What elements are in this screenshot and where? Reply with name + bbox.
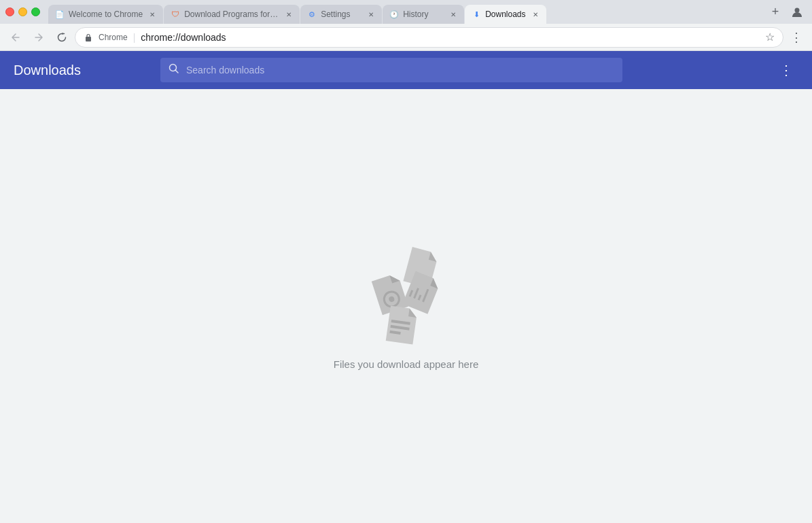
- minimize-button[interactable]: [18, 7, 27, 16]
- address-bar[interactable]: Chrome | chrome://downloads ☆: [75, 27, 783, 48]
- bookmark-star-icon[interactable]: ☆: [765, 31, 775, 44]
- tab-history[interactable]: 🕐 History ✕: [383, 5, 464, 24]
- svg-rect-1: [86, 37, 91, 41]
- window-titlebar: 📄 Welcome to Chrome ✕ 🛡 Download Program…: [0, 0, 812, 24]
- tab-settings-close[interactable]: ✕: [366, 9, 376, 20]
- back-button[interactable]: [5, 27, 26, 48]
- tab-downloads-favicon: ⬇: [472, 10, 481, 19]
- reload-button[interactable]: [52, 27, 72, 48]
- tab-history-close[interactable]: ✕: [448, 9, 459, 20]
- tab-welcome[interactable]: 📄 Welcome to Chrome ✕: [48, 5, 163, 24]
- empty-state-text: Files you download appear here: [334, 358, 478, 370]
- tab-downloads[interactable]: ⬇ Downloads ✕: [465, 5, 546, 24]
- search-downloads-input[interactable]: [186, 65, 614, 75]
- search-icon: [169, 63, 179, 77]
- downloads-page-title: Downloads: [14, 63, 149, 78]
- tabs-container: 📄 Welcome to Chrome ✕ 🛡 Download Program…: [48, 0, 763, 24]
- close-button[interactable]: [5, 7, 14, 16]
- profile-button[interactable]: [788, 3, 807, 22]
- tab-download-programs[interactable]: 🛡 Download Programs for Ma… ✕: [164, 5, 300, 24]
- browser-toolbar: Chrome | chrome://downloads ☆ ⋮: [0, 24, 812, 51]
- page-content: Downloads ⋮: [0, 51, 812, 523]
- tab-download-favicon: 🛡: [171, 10, 180, 19]
- downloads-menu-button[interactable]: ⋮: [774, 58, 798, 82]
- maximize-button[interactable]: [31, 7, 40, 16]
- downloads-header: Downloads ⋮: [0, 51, 812, 89]
- secure-icon: [84, 33, 93, 42]
- search-box[interactable]: [160, 58, 622, 82]
- tab-downloads-title: Downloads: [485, 10, 526, 19]
- svg-point-0: [795, 7, 800, 12]
- tab-history-title: History: [403, 10, 444, 19]
- tab-settings[interactable]: ⚙ Settings ✕: [300, 5, 382, 24]
- tab-history-favicon: 🕐: [389, 10, 399, 19]
- address-secure-label: Chrome: [99, 33, 128, 42]
- tab-download-title: Download Programs for Ma…: [184, 10, 279, 19]
- traffic-lights: [5, 7, 40, 16]
- tab-settings-favicon: ⚙: [307, 10, 317, 19]
- empty-state: Files you download appear here: [0, 89, 812, 523]
- tab-downloads-close[interactable]: ✕: [530, 9, 541, 20]
- address-url[interactable]: chrome://downloads: [141, 32, 760, 43]
- tab-welcome-favicon: 📄: [55, 10, 65, 19]
- tab-welcome-close[interactable]: ✕: [147, 9, 158, 20]
- tab-download-close[interactable]: ✕: [283, 9, 294, 20]
- empty-state-illustration: [362, 243, 451, 345]
- browser-menu-button[interactable]: ⋮: [786, 27, 807, 48]
- tab-settings-title: Settings: [321, 10, 361, 19]
- new-tab-button[interactable]: +: [766, 3, 785, 22]
- tab-welcome-title: Welcome to Chrome: [69, 10, 143, 19]
- address-separator: |: [133, 32, 136, 43]
- window-controls: +: [766, 3, 807, 22]
- forward-button[interactable]: [29, 27, 49, 48]
